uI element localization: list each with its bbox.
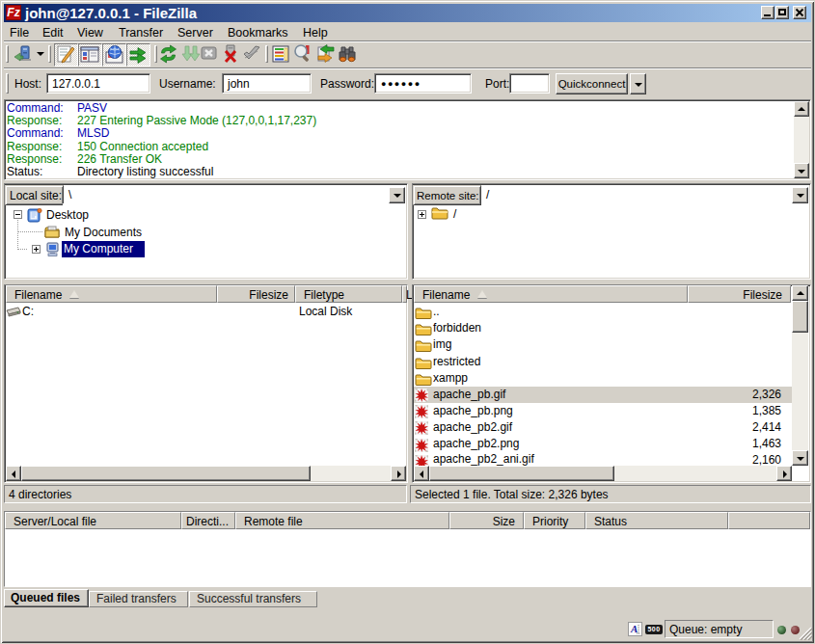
svg-text:A: A — [630, 623, 638, 634]
